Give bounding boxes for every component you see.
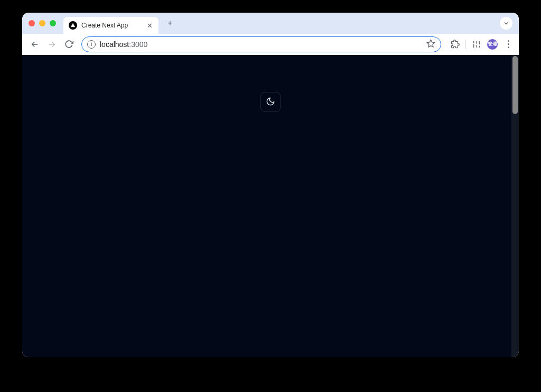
minimize-window-button[interactable] [39,20,45,26]
moon-icon [266,97,275,108]
tab-search-button[interactable] [500,17,512,30]
bookmark-star-icon[interactable] [426,39,435,50]
url-text: localhost:3000 [100,40,422,49]
theme-toggle-button[interactable] [260,92,281,112]
close-window-button[interactable] [29,20,35,26]
url-port: :3000 [129,40,147,49]
close-tab-icon[interactable]: ✕ [146,22,153,29]
scrollbar-thumb[interactable] [512,56,518,114]
reload-button[interactable] [61,37,76,52]
url-host: localhost [100,40,129,49]
browser-tab[interactable]: Create Next App ✕ [63,17,158,34]
back-button[interactable] [27,37,42,52]
extensions-icon[interactable] [450,39,460,50]
next-favicon-icon [69,21,77,30]
address-bar[interactable]: i localhost:3000 [81,36,441,52]
browser-menu-icon[interactable] [503,39,514,50]
toolbar-right: 管理 [446,39,514,50]
tab-strip: Create Next App ✕ + [22,13,519,34]
page-viewport [22,55,519,357]
new-tab-button[interactable]: + [163,16,178,31]
forward-button[interactable] [44,37,59,52]
site-info-icon[interactable]: i [87,40,96,49]
tab-title: Create Next App [81,22,142,29]
maximize-window-button[interactable] [50,20,56,26]
page-content [22,55,519,341]
bar-chart [51,127,490,341]
toolbar-divider [465,40,466,49]
scrollbar-track[interactable] [511,55,519,357]
window-controls [29,20,56,26]
media-controls-icon[interactable] [471,39,482,50]
profile-avatar[interactable]: 管理 [487,39,498,50]
browser-toolbar: i localhost:3000 管理 [22,34,519,55]
svg-marker-0 [427,40,434,46]
browser-window: Create Next App ✕ + i localhost:3000 [22,13,519,357]
